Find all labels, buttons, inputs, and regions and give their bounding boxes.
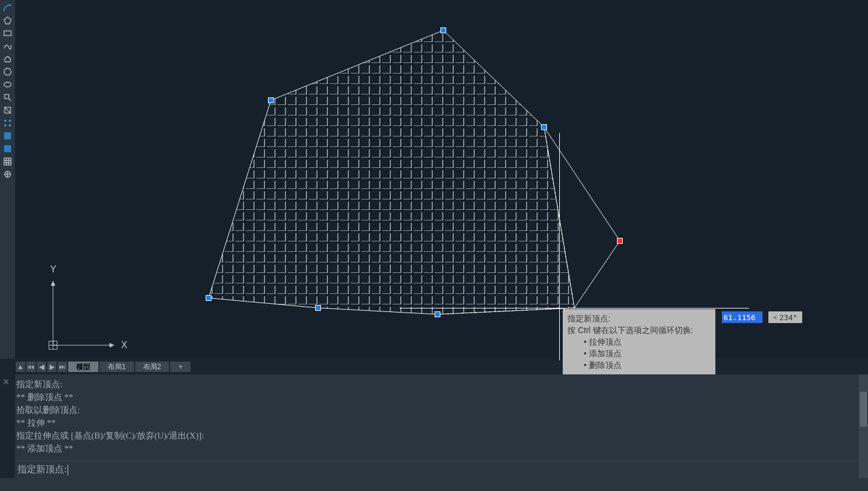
- tab-add[interactable]: +: [170, 361, 191, 373]
- svg-point-8: [5, 125, 6, 126]
- grip-vertex[interactable]: [206, 295, 211, 301]
- command-history: ✕ 指定新顶点: ** 删除顶点 ** 拾取以删除顶点: ** 拉伸 ** 指定…: [15, 374, 868, 461]
- dynamic-angle-display: < 234°: [768, 311, 802, 323]
- point-tool-icon[interactable]: [1, 117, 14, 129]
- wipeout-tool-icon[interactable]: [1, 104, 14, 117]
- history-line: ** 拉伸 **: [16, 416, 867, 429]
- misc-tool-icon[interactable]: [1, 168, 14, 181]
- text-cursor-icon: [68, 465, 68, 475]
- gradient-tool-icon[interactable]: [1, 129, 14, 142]
- spline-tool-icon[interactable]: [1, 40, 14, 52]
- dynamic-distance-input[interactable]: [722, 311, 763, 323]
- svg-marker-14: [209, 30, 574, 314]
- history-line: 拾取以删除顶点:: [16, 404, 867, 416]
- svg-point-6: [5, 120, 6, 121]
- close-icon[interactable]: ✕: [2, 376, 13, 386]
- status-bar: [0, 478, 868, 491]
- svg-point-7: [9, 120, 10, 121]
- tooltip-option: • 添加顶点: [567, 348, 711, 359]
- dynamic-input-group: < 234°: [722, 311, 802, 323]
- model-layout-tabbar: ▲ ⏮ ◀ ▶ ⏭ 模型 布局1 布局2 +: [15, 361, 191, 373]
- grip-vertex-hot[interactable]: [617, 238, 623, 244]
- svg-marker-0: [4, 17, 11, 24]
- tab-scroll-up-icon[interactable]: ▲: [15, 361, 26, 373]
- tab-scroll-next-icon[interactable]: ▶: [47, 361, 57, 373]
- command-prompt: 指定新顶点:: [17, 464, 66, 476]
- polygon-tool-icon[interactable]: [1, 14, 14, 27]
- svg-rect-12: [4, 158, 11, 165]
- table-tool-icon[interactable]: [1, 155, 14, 168]
- circle-tool-icon[interactable]: [1, 65, 14, 78]
- history-line: ** 删除顶点 **: [16, 391, 867, 404]
- scrollbar-thumb[interactable]: [860, 392, 867, 427]
- angle-lock-icon: <: [773, 314, 777, 321]
- grip-vertex[interactable]: [440, 27, 446, 33]
- svg-text:X: X: [121, 340, 128, 350]
- tab-scroll-prev-icon[interactable]: ◀: [36, 361, 47, 373]
- tooltip-line2: 按 Ctrl 键在以下选项之间循环切换:: [567, 324, 711, 336]
- block-insert-tool-icon[interactable]: [1, 91, 14, 104]
- svg-point-9: [9, 125, 10, 126]
- tab-layout1[interactable]: 布局1: [99, 361, 135, 373]
- grip-vertex[interactable]: [268, 97, 274, 103]
- svg-rect-17: [49, 341, 57, 349]
- command-line[interactable]: 指定新顶点:: [15, 461, 868, 478]
- history-line: 指定新顶点:: [16, 378, 867, 391]
- tooltip-option: • 拉伸顶点: [567, 336, 711, 348]
- tab-model[interactable]: 模型: [68, 361, 99, 373]
- arc-tool-icon[interactable]: [1, 1, 14, 14]
- svg-point-2: [4, 68, 11, 75]
- crosshair-horizontal: [400, 308, 749, 308]
- tab-scroll-last-icon[interactable]: ⏭: [57, 361, 68, 373]
- grip-vertex[interactable]: [435, 311, 440, 317]
- tab-layout2[interactable]: 布局2: [135, 361, 170, 373]
- svg-rect-11: [4, 145, 11, 152]
- tooltip-line1: 指定新顶点:: [567, 313, 711, 324]
- history-line: ** 添加顶点 **: [16, 442, 867, 455]
- rectangle-tool-icon[interactable]: [1, 27, 14, 40]
- revcloud-tool-icon[interactable]: [1, 52, 14, 65]
- crosshair-vertical: [559, 133, 560, 360]
- drawing-canvas[interactable]: X Y: [15, 0, 868, 359]
- ellipse-tool-icon[interactable]: [1, 78, 14, 91]
- dynamic-tooltip: 指定新顶点: 按 Ctrl 键在以下选项之间循环切换: • 拉伸顶点 • 添加顶…: [563, 309, 715, 376]
- svg-rect-10: [4, 132, 11, 139]
- svg-line-16: [544, 127, 574, 308]
- svg-rect-1: [4, 31, 11, 36]
- tooltip-option: • 删除顶点: [567, 359, 711, 371]
- grip-vertex[interactable]: [315, 305, 321, 311]
- svg-line-15: [437, 308, 574, 314]
- dynamic-angle-value: 234°: [779, 313, 798, 322]
- ucs-icon: X Y: [44, 261, 132, 354]
- history-line: 指定拉伸点或 [基点(B)/复制(C)/放弃(U)/退出(X)]:: [16, 429, 867, 442]
- left-toolbar: [0, 0, 15, 359]
- grip-vertex[interactable]: [541, 124, 547, 130]
- svg-point-3: [4, 82, 11, 87]
- solid-tool-icon[interactable]: [1, 142, 14, 155]
- tab-scroll-first-icon[interactable]: ⏮: [26, 361, 36, 373]
- svg-text:Y: Y: [50, 264, 57, 274]
- svg-rect-4: [5, 94, 9, 99]
- polygon-shape: [15, 0, 868, 359]
- command-scrollbar[interactable]: [859, 374, 868, 478]
